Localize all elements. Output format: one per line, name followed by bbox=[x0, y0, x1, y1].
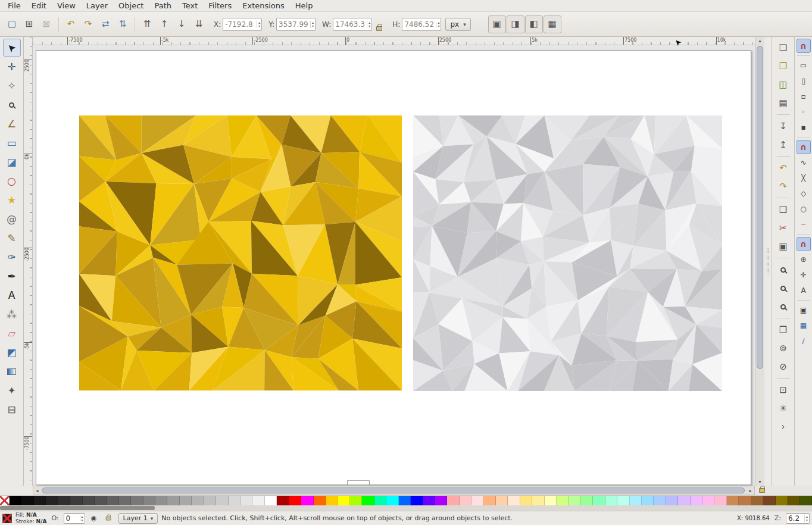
h-field[interactable]: ▴▾ bbox=[402, 18, 441, 31]
commands-overflow-button[interactable]: › bbox=[775, 418, 792, 435]
move-patterns-toggle[interactable]: ▦ bbox=[544, 15, 561, 33]
cut-button[interactable]: ✂ bbox=[775, 220, 792, 236]
preferences-button[interactable]: ✳ bbox=[775, 400, 792, 417]
connector-tool[interactable]: ⊟ bbox=[3, 401, 21, 418]
bezier-pen-tool[interactable]: ✑ bbox=[3, 248, 21, 266]
duplicate-button[interactable]: ❒ bbox=[775, 321, 792, 338]
yellow-crystal-image[interactable] bbox=[79, 115, 402, 390]
zoom-selection-button[interactable] bbox=[775, 261, 792, 278]
palette-swatch[interactable] bbox=[411, 496, 423, 505]
menu-layer[interactable]: Layer bbox=[81, 1, 113, 11]
open-document-button[interactable]: ❐ bbox=[775, 58, 792, 74]
document-properties-button[interactable]: ⊡ bbox=[775, 382, 792, 398]
menu-filters[interactable]: Filters bbox=[203, 1, 237, 11]
palette-swatch[interactable] bbox=[167, 496, 179, 505]
snap-rotation-centers-button[interactable]: ✛ bbox=[797, 268, 811, 282]
vertical-scrollbar[interactable]: ▴ ▾ bbox=[755, 37, 764, 486]
palette-swatch[interactable] bbox=[666, 496, 678, 505]
palette-swatch[interactable] bbox=[763, 496, 775, 505]
palette-swatch[interactable] bbox=[10, 496, 21, 505]
zoom-spinner[interactable]: ▴▾ bbox=[804, 515, 809, 522]
palette-swatch[interactable] bbox=[265, 496, 277, 505]
box3d-tool[interactable]: ◪ bbox=[3, 153, 21, 171]
select-all-button[interactable]: ▢ bbox=[4, 16, 20, 33]
h-input[interactable] bbox=[402, 20, 436, 29]
palette-swatch[interactable] bbox=[46, 496, 58, 505]
zoom-tool[interactable] bbox=[3, 96, 21, 114]
palette-swatch[interactable] bbox=[107, 496, 118, 505]
palette-swatch[interactable] bbox=[143, 496, 155, 505]
x-spinner[interactable]: ▴▾ bbox=[257, 21, 261, 28]
new-document-button[interactable]: ❏ bbox=[775, 39, 792, 56]
spiral-tool[interactable]: @ bbox=[3, 210, 21, 228]
snap-midpoints-button[interactable]: ┄ bbox=[797, 217, 811, 232]
palette-none-swatch[interactable] bbox=[0, 496, 10, 505]
small-object[interactable] bbox=[347, 480, 370, 485]
palette-swatch[interactable] bbox=[483, 496, 495, 505]
palette-swatch[interactable] bbox=[557, 496, 569, 505]
snap-bbox-centers-button[interactable]: ▪ bbox=[797, 120, 811, 135]
palette-swatch[interactable] bbox=[496, 496, 508, 505]
layer-lock-button[interactable] bbox=[103, 514, 114, 523]
palette-swatch[interactable] bbox=[751, 496, 763, 505]
palette-swatch[interactable] bbox=[131, 496, 143, 505]
select-all-layers-button[interactable]: ⊞ bbox=[21, 16, 38, 33]
raise-to-top-button[interactable]: ⇈ bbox=[139, 16, 155, 33]
horizontal-scrollbar-thumb[interactable] bbox=[42, 488, 745, 493]
snap-bbox-edges-button[interactable]: ▯ bbox=[797, 74, 811, 88]
palette-swatch[interactable] bbox=[21, 496, 33, 505]
x-input[interactable] bbox=[223, 20, 257, 29]
unit-select[interactable]: px ▾ bbox=[445, 18, 470, 31]
snap-others-button[interactable]: ∩ bbox=[797, 237, 811, 251]
raise-button[interactable]: ↑ bbox=[156, 16, 173, 33]
palette-scrollbar[interactable] bbox=[0, 505, 812, 511]
palette-swatch[interactable] bbox=[399, 496, 411, 505]
opacity-field[interactable]: ▴▾ bbox=[64, 513, 85, 524]
zoom-input[interactable] bbox=[786, 514, 804, 523]
palette-swatch[interactable] bbox=[691, 496, 702, 505]
palette-swatch[interactable] bbox=[277, 496, 289, 505]
flip-vertical-button[interactable]: ⇅ bbox=[114, 16, 131, 33]
lower-to-bottom-button[interactable]: ⇊ bbox=[190, 16, 207, 33]
palette-swatch[interactable] bbox=[216, 496, 228, 505]
snap-object-centers-button[interactable]: ⊕ bbox=[797, 252, 811, 267]
snap-cusp-nodes-button[interactable]: ◇ bbox=[797, 186, 811, 201]
palette-swatch[interactable] bbox=[180, 496, 192, 505]
menu-file[interactable]: File bbox=[2, 1, 26, 11]
spray-tool[interactable]: ⁂ bbox=[3, 305, 21, 323]
snap-bbox-midpoints-button[interactable]: ◦ bbox=[797, 105, 811, 119]
palette-swatch[interactable] bbox=[788, 496, 799, 505]
zoom-page-button[interactable] bbox=[775, 298, 792, 315]
palette-swatch[interactable] bbox=[119, 496, 131, 505]
h-spinner[interactable]: ▴▾ bbox=[436, 21, 441, 28]
text-tool[interactable]: A bbox=[3, 286, 21, 304]
rectangle-tool[interactable]: ▭ bbox=[3, 134, 21, 152]
redo-button[interactable]: ↷ bbox=[775, 178, 792, 195]
ellipse-tool[interactable]: ○ bbox=[3, 172, 21, 190]
scroll-right-arrow[interactable]: ▸ bbox=[747, 486, 754, 495]
palette-swatch[interactable] bbox=[58, 496, 70, 505]
palette-swatch[interactable] bbox=[95, 496, 107, 505]
import-button[interactable]: ↧ bbox=[775, 118, 792, 135]
lock-ratio-button[interactable] bbox=[373, 18, 385, 31]
palette-swatch[interactable] bbox=[447, 496, 459, 505]
palette-swatch[interactable] bbox=[374, 496, 386, 505]
palette-swatch[interactable] bbox=[642, 496, 654, 505]
x-field[interactable]: ▴▾ bbox=[223, 18, 262, 31]
snap-enable-button[interactable]: ∩ bbox=[797, 39, 811, 53]
layer-visibility-button[interactable]: ◉ bbox=[89, 514, 99, 523]
zoom-drawing-button[interactable] bbox=[775, 280, 792, 296]
copy-button[interactable]: ❑ bbox=[775, 201, 792, 218]
w-input[interactable] bbox=[333, 20, 367, 29]
palette-swatch[interactable] bbox=[532, 496, 544, 505]
export-button[interactable]: ↥ bbox=[775, 136, 792, 153]
w-spinner[interactable]: ▴▾ bbox=[367, 21, 371, 28]
palette-swatch[interactable] bbox=[581, 496, 593, 505]
palette-swatch[interactable] bbox=[338, 496, 349, 505]
measure-tool[interactable]: ∠ bbox=[3, 115, 21, 133]
vertical-scrollbar-thumb[interactable] bbox=[757, 46, 763, 369]
layer-select[interactable]: Layer 1 ▾ bbox=[118, 513, 158, 524]
menu-help[interactable]: Help bbox=[290, 1, 318, 11]
snap-page-border-button[interactable]: ▣ bbox=[797, 303, 811, 317]
palette-swatch[interactable] bbox=[630, 496, 642, 505]
